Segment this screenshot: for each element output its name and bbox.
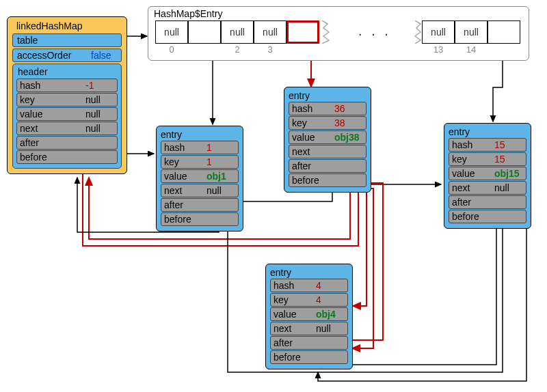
header-after: after: [16, 136, 118, 150]
cell-1: [188, 20, 221, 44]
entry15-box: entry hash15 key15 valueobj15 nextnull a…: [444, 123, 531, 229]
header-next: nextnull: [16, 122, 118, 135]
cell-13: null: [422, 20, 455, 44]
header-key: keynull: [16, 93, 118, 107]
cell-14: null: [455, 20, 488, 44]
ellipsis: . . .: [351, 23, 399, 39]
header-value: valuenull: [16, 107, 118, 121]
entry1-title: entry: [161, 129, 239, 140]
cell-highlight: [286, 20, 319, 44]
header-hash: hash-1: [16, 79, 118, 92]
entry15-title: entry: [449, 126, 526, 137]
jagged-break-right: [411, 20, 422, 44]
cell-3: null: [254, 20, 286, 44]
header-before: before: [16, 150, 118, 164]
header-title: header: [16, 66, 118, 78]
linked-hashmap-box: linkedHashMap table accessOrder false he…: [7, 16, 127, 174]
lhm-title: linkedHashMap: [12, 19, 122, 32]
entry4-title: entry: [270, 267, 348, 278]
entry36-title: entry: [289, 90, 366, 101]
cell-0: null: [155, 20, 188, 44]
entry36-box: entry hash36 key38 valueobj38 next after…: [284, 87, 371, 193]
cell-2: null: [221, 20, 254, 44]
lhm-table-row: table: [12, 33, 122, 47]
lhm-header-box: header hash-1 keynull valuenull nextnull…: [12, 64, 122, 169]
cell-15: [488, 20, 520, 44]
entry1-box: entry hash1 key1 valueobj1 nextnull afte…: [156, 126, 243, 232]
hashmap-entry-array: HashMap$Entry null 0 null 2 null 3 . . .…: [148, 6, 529, 61]
hashmap-title: HashMap$Entry: [148, 7, 529, 20]
lhm-accessorder-row: accessOrder false: [12, 48, 122, 62]
entry4-box: entry hash4 key4 valueobj4 nextnull afte…: [265, 264, 353, 369]
jagged-break-left: [321, 20, 332, 44]
